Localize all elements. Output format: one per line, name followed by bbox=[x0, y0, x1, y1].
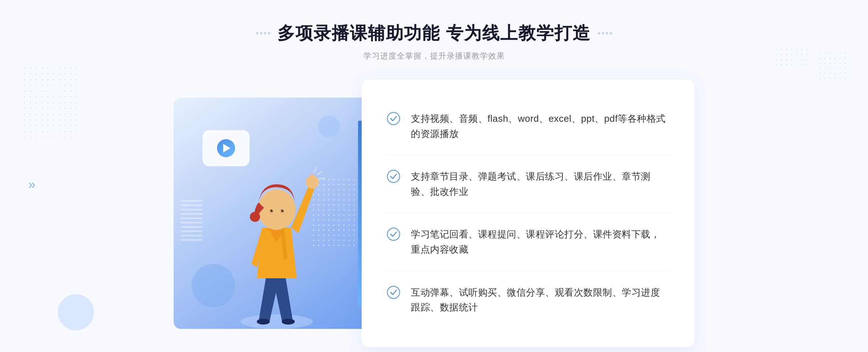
svg-point-19 bbox=[387, 286, 400, 299]
feature-item: 支持章节目录、弹题考试、课后练习、课后作业、章节测验、批改作业 bbox=[387, 155, 669, 213]
main-content: 支持视频、音频、flash、word、excel、ppt、pdf等各种格式的资源… bbox=[174, 80, 694, 347]
svg-point-5 bbox=[258, 189, 295, 230]
feature-text-4: 互动弹幕、试听购买、微信分享、观看次数限制、学习进度跟踪、数据统计 bbox=[411, 285, 669, 315]
svg-point-0 bbox=[241, 314, 313, 329]
svg-point-16 bbox=[387, 112, 400, 125]
title-decoration-left bbox=[256, 32, 270, 34]
feature-item: 学习笔记回看、课程提问、课程评论打分、课件资料下载，重点内容收藏 bbox=[387, 213, 669, 271]
person-illustration bbox=[222, 155, 331, 329]
check-icon-1 bbox=[387, 112, 400, 125]
check-icon-3 bbox=[387, 228, 400, 241]
page-container: » 多项录播课辅助功能 专为线上教学打造 学习进度全掌握，提升录播课教学效果 bbox=[0, 0, 868, 352]
content-panel: 支持视频、音频、flash、word、excel、ppt、pdf等各种格式的资源… bbox=[362, 80, 694, 347]
svg-point-11 bbox=[272, 210, 272, 210]
svg-point-10 bbox=[281, 209, 284, 212]
feature-text-1: 支持视频、音频、flash、word、excel、ppt、pdf等各种格式的资源… bbox=[411, 111, 669, 141]
title-decoration-right bbox=[598, 32, 612, 34]
main-title: 多项录播课辅助功能 专为线上教学打造 bbox=[277, 22, 590, 45]
feature-list: 支持视频、音频、flash、word、excel、ppt、pdf等各种格式的资源… bbox=[387, 98, 669, 329]
feature-item: 支持视频、音频、flash、word、excel、ppt、pdf等各种格式的资源… bbox=[387, 98, 669, 155]
svg-point-18 bbox=[387, 228, 400, 240]
dots-decoration-right bbox=[817, 51, 846, 80]
check-icon-2 bbox=[387, 170, 400, 183]
feature-text-2: 支持章节目录、弹题考试、课后练习、课后作业、章节测验、批改作业 bbox=[411, 169, 669, 199]
play-icon bbox=[217, 139, 235, 157]
title-row: 多项录播课辅助功能 专为线上教学打造 bbox=[256, 22, 612, 45]
card-stripes bbox=[181, 200, 203, 244]
dots-decoration-left bbox=[22, 65, 80, 137]
svg-point-2 bbox=[282, 319, 295, 325]
svg-point-6 bbox=[250, 212, 260, 222]
svg-line-13 bbox=[316, 172, 322, 175]
deco-blue-circle bbox=[58, 294, 94, 330]
deco-circle-small bbox=[318, 116, 340, 137]
svg-point-17 bbox=[387, 170, 400, 183]
svg-point-9 bbox=[271, 209, 273, 212]
deco-dots-top bbox=[774, 47, 810, 69]
feature-text-3: 学习笔记回看、课程提问、课程评论打分、课件资料下载，重点内容收藏 bbox=[411, 227, 669, 257]
svg-point-3 bbox=[306, 176, 319, 189]
svg-point-12 bbox=[282, 210, 283, 210]
subtitle: 学习进度全掌握，提升录播课教学效果 bbox=[256, 51, 612, 61]
illustration-card bbox=[174, 98, 369, 329]
svg-line-15 bbox=[314, 167, 316, 173]
arrow-decoration: » bbox=[28, 177, 35, 192]
svg-point-1 bbox=[257, 319, 270, 325]
feature-item: 互动弹幕、试听购买、微信分享、观看次数限制、学习进度跟踪、数据统计 bbox=[387, 271, 669, 329]
check-icon-4 bbox=[387, 286, 400, 299]
svg-line-14 bbox=[319, 178, 326, 179]
header-section: 多项录播课辅助功能 专为线上教学打造 学习进度全掌握，提升录播课教学效果 bbox=[256, 22, 612, 61]
